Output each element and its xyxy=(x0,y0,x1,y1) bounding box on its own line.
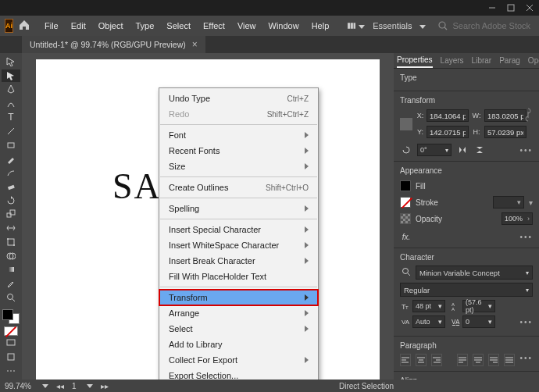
more-options-icon[interactable]: ••• xyxy=(519,146,533,155)
context-menu-item[interactable]: Insert Special Character xyxy=(159,222,318,237)
shaper-tool-icon[interactable] xyxy=(2,166,20,180)
direct-selection-tool-icon[interactable] xyxy=(2,69,20,83)
tab-layers[interactable]: Layers xyxy=(441,54,464,67)
x-input[interactable] xyxy=(427,109,469,122)
context-menu-item[interactable]: Insert WhiteSpace Character xyxy=(159,237,318,253)
scale-tool-icon[interactable] xyxy=(2,208,20,221)
kerning-input[interactable]: Auto▾ xyxy=(412,315,445,328)
menu-effect[interactable]: Effect xyxy=(197,19,231,33)
artboard-prev-icon[interactable]: ◂◂ xyxy=(56,382,64,390)
context-menu-item[interactable]: Create OutlinesShift+Ctrl+O xyxy=(159,180,318,195)
menu-view[interactable]: View xyxy=(231,19,262,33)
find-font-icon[interactable] xyxy=(400,265,412,278)
search-box[interactable] xyxy=(434,19,539,33)
draw-mode-icon[interactable] xyxy=(2,350,20,363)
justify-all-icon[interactable] xyxy=(504,354,515,366)
close-icon[interactable]: × xyxy=(192,39,198,50)
shape-builder-tool-icon[interactable] xyxy=(2,249,20,262)
y-input[interactable] xyxy=(427,126,469,138)
artboard-next-icon[interactable]: ▸▸ xyxy=(101,382,109,390)
selection-tool-icon[interactable] xyxy=(2,55,20,69)
more-options-icon[interactable]: ••• xyxy=(519,354,533,366)
doc-tab[interactable]: Untitled-1* @ 99.74% (RGB/GPU Preview) × xyxy=(22,36,205,53)
justify-center-icon[interactable] xyxy=(473,354,484,366)
fx-icon[interactable]: fx. xyxy=(400,230,412,243)
type-tool-icon[interactable]: T xyxy=(2,111,20,124)
font-family-dropdown[interactable]: Minion Variable Concept▾ xyxy=(416,265,533,280)
context-menu-item[interactable]: Size xyxy=(159,159,318,174)
eraser-tool-icon[interactable] xyxy=(2,180,20,194)
menu-file[interactable]: File xyxy=(38,19,65,33)
context-menu-item[interactable]: Add to Library xyxy=(159,337,318,352)
fill-swatch-icon[interactable] xyxy=(400,180,411,191)
context-menu-item[interactable]: Transform xyxy=(159,290,318,305)
align-left-icon[interactable] xyxy=(400,354,411,366)
context-menu-item[interactable]: Recent Fonts xyxy=(159,143,318,159)
fill-stroke-swatch[interactable] xyxy=(2,309,20,323)
tab-libraries[interactable]: Librar xyxy=(472,54,492,67)
tab-properties[interactable]: Properties xyxy=(397,53,433,68)
menu-object[interactable]: Object xyxy=(92,19,130,33)
zoom-dropdown-icon[interactable] xyxy=(39,382,48,390)
context-menu-item[interactable]: Select xyxy=(159,321,318,337)
font-weight-dropdown[interactable]: Regular▾ xyxy=(400,283,533,297)
tracking-input[interactable]: 0▾ xyxy=(462,315,495,328)
justify-right-icon[interactable] xyxy=(488,354,499,366)
tab-opentype[interactable]: Open xyxy=(528,54,539,67)
align-center-icon[interactable] xyxy=(416,354,427,366)
free-transform-tool-icon[interactable] xyxy=(2,236,20,249)
rotate-tool-icon[interactable] xyxy=(2,194,20,207)
rotate-input[interactable]: 0°▾ xyxy=(417,144,452,156)
more-options-icon[interactable]: ••• xyxy=(519,233,533,241)
curvature-tool-icon[interactable] xyxy=(2,97,20,110)
eyedropper-tool-icon[interactable] xyxy=(2,277,20,290)
more-options-icon[interactable]: ••• xyxy=(519,318,533,326)
opacity-input[interactable]: 100%› xyxy=(502,212,533,225)
h-input[interactable] xyxy=(484,126,527,138)
paintbrush-tool-icon[interactable] xyxy=(2,152,20,166)
stroke-menu-icon[interactable]: ▾ xyxy=(529,198,533,207)
maximize-button[interactable] xyxy=(506,3,516,12)
context-menu-item[interactable]: Font xyxy=(159,127,318,143)
text-object[interactable]: SA xyxy=(112,166,162,207)
context-menu-item[interactable]: Fill With PlaceHolder Text xyxy=(159,269,318,284)
close-button[interactable] xyxy=(525,3,534,12)
rectangle-tool-icon[interactable] xyxy=(2,138,20,151)
zoom-tool-icon[interactable] xyxy=(2,290,20,304)
context-menu-item[interactable]: Undo TypeCtrl+Z xyxy=(159,91,318,106)
edit-toolbar-icon[interactable]: ⋯ xyxy=(2,364,20,377)
zoom-level[interactable]: 99.74% xyxy=(5,382,31,390)
stroke-weight-input[interactable]: ▾ xyxy=(493,196,524,208)
screen-mode-icon[interactable] xyxy=(2,337,20,350)
arrange-documents-icon[interactable] xyxy=(348,20,365,32)
context-menu-item[interactable]: Insert Break Character xyxy=(159,253,318,269)
color-none-icon[interactable] xyxy=(4,326,18,336)
justify-left-icon[interactable] xyxy=(457,354,468,366)
context-menu-item[interactable]: Collect For Export xyxy=(159,352,318,368)
flip-h-icon[interactable] xyxy=(456,144,469,156)
home-icon[interactable] xyxy=(18,19,30,33)
artboard-nav[interactable]: 1 xyxy=(72,382,77,390)
link-icon[interactable] xyxy=(522,109,534,121)
artboard-dropdown-icon[interactable] xyxy=(84,382,93,390)
menu-window[interactable]: Window xyxy=(262,19,305,33)
menu-select[interactable]: Select xyxy=(160,19,197,33)
width-tool-icon[interactable] xyxy=(2,222,20,235)
stroke-swatch-icon[interactable] xyxy=(400,197,411,208)
w-input[interactable] xyxy=(484,109,527,122)
search-input[interactable] xyxy=(452,21,539,30)
menu-help[interactable]: Help xyxy=(305,19,336,33)
workspace-switcher[interactable]: Essentials xyxy=(366,19,432,33)
minimize-button[interactable] xyxy=(487,3,497,12)
opacity-swatch-icon[interactable] xyxy=(400,213,411,224)
font-size-input[interactable]: 48 pt▾ xyxy=(412,300,445,312)
context-menu-item[interactable]: Spelling xyxy=(159,201,318,216)
context-menu-item[interactable]: Arrange xyxy=(159,305,318,321)
reference-point-icon[interactable] xyxy=(400,118,412,130)
gradient-tool-icon[interactable] xyxy=(2,263,20,276)
line-tool-icon[interactable] xyxy=(2,125,20,138)
menu-type[interactable]: Type xyxy=(130,19,161,33)
leading-input[interactable]: (57.6 pt)▾ xyxy=(462,300,495,312)
tab-paragraph[interactable]: Parag xyxy=(499,54,520,67)
align-right-icon[interactable] xyxy=(431,354,442,366)
